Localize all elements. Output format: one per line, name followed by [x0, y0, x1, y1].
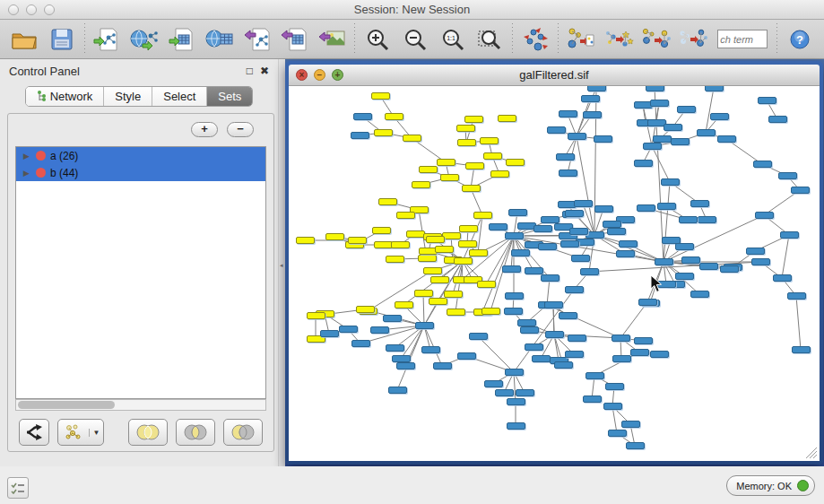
tab-sets[interactable]: Sets: [207, 87, 252, 106]
graph-node[interactable]: [374, 241, 393, 248]
graph-node[interactable]: [773, 274, 792, 282]
graph-node[interactable]: [507, 398, 525, 405]
graph-node[interactable]: [675, 273, 694, 280]
network-frame-titlebar[interactable]: × − + galFiltered.sif: [289, 65, 820, 86]
graph-node[interactable]: [541, 216, 559, 223]
graph-node[interactable]: [320, 330, 339, 337]
graph-node[interactable]: [626, 442, 645, 449]
graph-node[interactable]: [698, 216, 716, 223]
graph-node[interactable]: [339, 326, 358, 333]
graph-node[interactable]: [392, 355, 411, 362]
graph-node[interactable]: [388, 387, 407, 394]
graph-node[interactable]: [637, 204, 655, 212]
graph-node[interactable]: [664, 124, 682, 131]
graph-node[interactable]: [517, 319, 536, 326]
graph-node[interactable]: [418, 255, 437, 262]
graph-node[interactable]: [351, 340, 370, 347]
graph-node[interactable]: [556, 153, 575, 161]
network-canvas[interactable]: [289, 86, 820, 461]
graph-node[interactable]: [378, 198, 397, 205]
graph-node[interactable]: [395, 301, 413, 308]
graph-node[interactable]: [296, 237, 315, 244]
graph-node[interactable]: [385, 113, 403, 120]
graph-node[interactable]: [440, 174, 459, 181]
graph-node[interactable]: [396, 362, 415, 369]
search-input[interactable]: ch term: [717, 30, 768, 48]
graph-node[interactable]: [544, 301, 563, 308]
graph-node[interactable]: [603, 221, 621, 228]
apply-layout-button[interactable]: [516, 22, 554, 56]
tab-select[interactable]: Select: [152, 87, 207, 106]
graph-node[interactable]: [480, 137, 499, 144]
graph-node[interactable]: [456, 125, 475, 132]
graph-node[interactable]: [638, 299, 657, 306]
graph-node[interactable]: [753, 161, 772, 168]
graph-node[interactable]: [605, 383, 624, 390]
graph-node[interactable]: [504, 308, 523, 315]
graph-node[interactable]: [459, 225, 478, 232]
import-table-from-url-button[interactable]: [201, 22, 239, 56]
graph-node[interactable]: [583, 395, 602, 403]
memory-status-badge[interactable]: Memory: OK: [726, 475, 815, 496]
graph-node[interactable]: [525, 343, 543, 351]
new-network-from-visible-button[interactable]: [675, 22, 713, 56]
panel-splitter[interactable]: ◂: [278, 59, 285, 466]
graph-node[interactable]: [621, 421, 640, 428]
tab-network[interactable]: Network: [26, 87, 105, 106]
graph-node[interactable]: [619, 240, 638, 248]
graph-node[interactable]: [442, 232, 461, 239]
graph-node[interactable]: [371, 92, 390, 100]
graph-node[interactable]: [571, 255, 590, 262]
graph-node[interactable]: [458, 240, 477, 248]
graph-node[interactable]: [489, 223, 507, 230]
graph-node[interactable]: [705, 86, 724, 91]
graph-node[interactable]: [477, 281, 496, 288]
graph-node[interactable]: [484, 380, 503, 387]
graph-node[interactable]: [391, 241, 410, 248]
import-table-from-file-button[interactable]: [163, 22, 201, 56]
graph-node[interactable]: [444, 291, 463, 298]
graph-node[interactable]: [412, 181, 430, 188]
graph-node[interactable]: [429, 298, 447, 305]
set-row-a[interactable]: ▶ a (26): [16, 147, 265, 164]
graph-node[interactable]: [469, 249, 488, 256]
graph-node[interactable]: [717, 135, 736, 143]
graph-node[interactable]: [574, 200, 593, 207]
graph-node[interactable]: [677, 106, 696, 113]
graph-node[interactable]: [792, 346, 811, 353]
open-session-button[interactable]: [5, 22, 43, 56]
graph-node[interactable]: [396, 212, 415, 219]
graph-node[interactable]: [370, 326, 389, 334]
graph-node[interactable]: [608, 430, 627, 437]
graph-node[interactable]: [568, 335, 586, 342]
graph-node[interactable]: [611, 335, 630, 342]
graph-node[interactable]: [780, 231, 799, 239]
import-network-from-file-button[interactable]: [89, 22, 126, 56]
graph-node[interactable]: [755, 212, 774, 219]
create-set-from-network-button[interactable]: ▼: [57, 419, 104, 446]
graph-node[interactable]: [594, 135, 612, 143]
graph-node[interactable]: [386, 256, 404, 263]
graph-node[interactable]: [498, 115, 516, 122]
graph-node[interactable]: [457, 139, 476, 146]
graph-node[interactable]: [778, 172, 797, 179]
resize-grip-icon[interactable]: [805, 447, 818, 459]
graph-node[interactable]: [507, 422, 525, 430]
graph-node[interactable]: [643, 143, 662, 150]
graph-node[interactable]: [746, 248, 765, 255]
graph-node[interactable]: [406, 230, 425, 238]
scrollbar-thumb[interactable]: [18, 401, 115, 409]
export-table-button[interactable]: [276, 22, 314, 56]
graph-node[interactable]: [559, 312, 577, 319]
graph-node[interactable]: [419, 166, 438, 173]
set-union-button[interactable]: [128, 419, 168, 446]
graph-node[interactable]: [435, 246, 454, 253]
graph-node[interactable]: [603, 403, 622, 410]
graph-node[interactable]: [650, 351, 669, 358]
graph-node[interactable]: [430, 276, 449, 283]
graph-node[interactable]: [697, 129, 716, 136]
graph-node[interactable]: [457, 352, 476, 360]
help-button[interactable]: ?: [781, 22, 819, 56]
graph-node[interactable]: [655, 258, 673, 265]
zoom-in-button[interactable]: [359, 22, 396, 56]
